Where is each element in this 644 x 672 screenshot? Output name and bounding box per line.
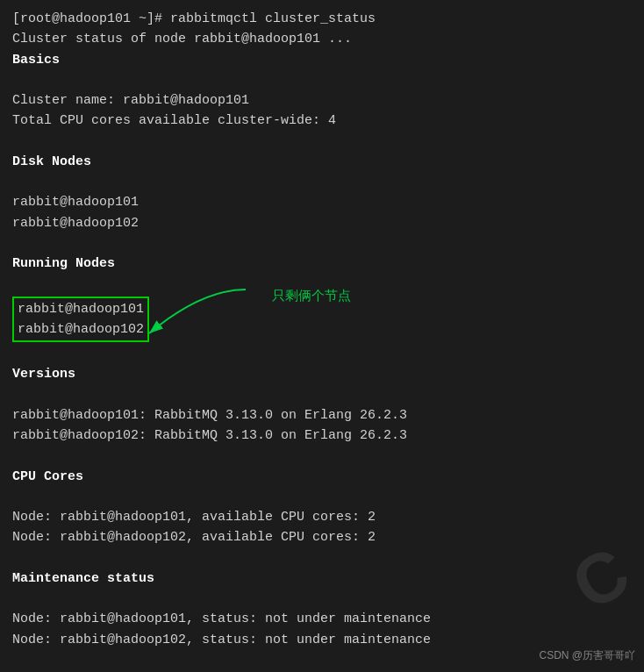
disk-nodes-header: Disk Nodes <box>12 152 632 172</box>
versions-header: Versions <box>12 364 632 384</box>
spacer-8 <box>12 446 632 466</box>
cluster-name: Cluster name: rabbit@hadoop101 <box>12 90 632 111</box>
running-node-1: rabbit@hadoop101 <box>18 299 144 319</box>
disk-node-2: rabbit@hadoop102 <box>12 213 632 233</box>
status-line: Cluster status of node rabbit@hadoop101 … <box>12 29 632 49</box>
running-nodes-header: Running Nodes <box>12 254 632 274</box>
watermark-text: CSDN @历害哥哥吖 <box>539 648 635 663</box>
spacer-9 <box>12 487 632 507</box>
running-node-2: rabbit@hadoop102 <box>18 319 144 340</box>
total-cpu: Total CPU cores available cluster-wide: … <box>12 111 632 131</box>
spacer-6 <box>12 344 632 364</box>
spacer-2 <box>12 132 632 152</box>
cpu-node-line-2: Node: rabbit@hadoop102, available CPU co… <box>12 527 632 547</box>
running-nodes-box: rabbit@hadoop101 rabbit@hadoop102 <box>12 297 149 343</box>
annotation-text: 只剩俩个节点 <box>272 288 351 304</box>
version-line-2: rabbit@hadoop102: RabbitMQ 3.13.0 on Erl… <box>12 425 632 446</box>
spacer-3 <box>12 172 632 192</box>
spacer-4 <box>12 233 632 254</box>
basics-header: Basics <box>12 50 632 70</box>
cpu-node-line-1: Node: rabbit@hadoop101, available CPU co… <box>12 507 632 527</box>
maint-line-2: Node: rabbit@hadoop102, status: not unde… <box>12 630 632 650</box>
maintenance-header: Maintenance status <box>12 568 632 589</box>
version-line-1: rabbit@hadoop101: RabbitMQ 3.13.0 on Erl… <box>12 405 632 425</box>
prompt-line: [root@hadoop101 ~]# rabbitmqctl cluster_… <box>12 9 632 29</box>
spacer-7 <box>12 385 632 405</box>
disk-node-1: rabbit@hadoop101 <box>12 192 632 212</box>
spacer-11 <box>12 589 632 609</box>
spacer-1 <box>12 70 632 90</box>
terminal-window: [root@hadoop101 ~]# rabbitmqctl cluster_… <box>0 0 644 672</box>
maint-line-1: Node: rabbit@hadoop101, status: not unde… <box>12 609 632 629</box>
cpu-cores-header: CPU Cores <box>12 467 632 487</box>
spacer-10 <box>12 548 632 568</box>
